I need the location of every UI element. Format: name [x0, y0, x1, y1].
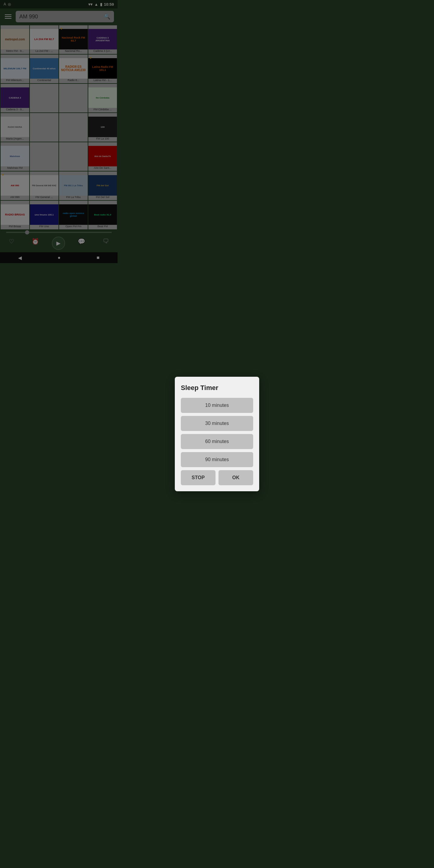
modal-overlay: Sleep Timer 10 minutes 30 minutes 60 min…	[0, 0, 118, 263]
